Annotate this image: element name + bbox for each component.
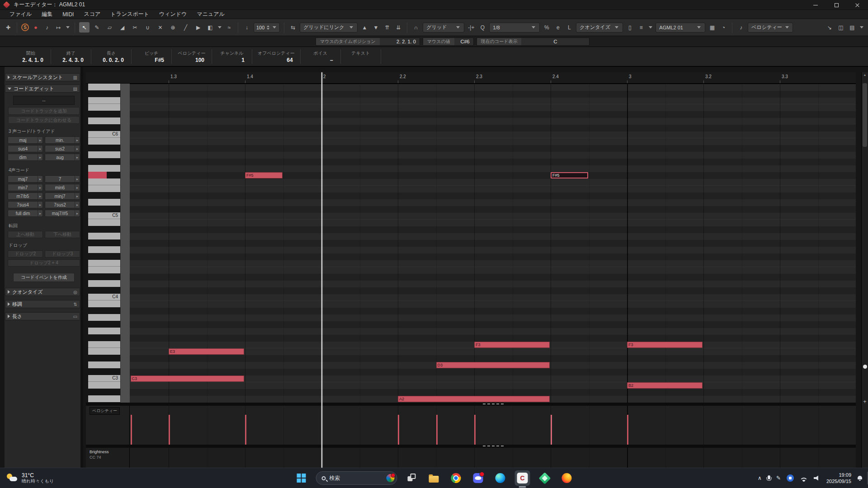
note-grid[interactable]: C3E3F#5A2D3F3F#5F3B2 <box>130 84 856 403</box>
piano-key-A5[interactable] <box>88 151 120 158</box>
create-chord-event-button[interactable]: コードイベントを作成 <box>13 273 75 282</box>
chord-button-min6[interactable]: min6▸ <box>45 184 80 191</box>
piano-key-D3[interactable] <box>88 361 120 368</box>
chord-expand-icon[interactable]: ▸ <box>38 193 42 199</box>
chord-expand-icon[interactable]: ▸ <box>75 154 80 160</box>
piano-key-G#4[interactable] <box>88 239 120 246</box>
piano-key-A2[interactable] <box>88 395 120 402</box>
piano-key-C#6[interactable] <box>88 124 120 131</box>
velocity-bar[interactable] <box>398 415 399 445</box>
piano-key-D#6[interactable] <box>88 111 120 117</box>
velocity-bar[interactable] <box>436 415 438 445</box>
cc-lane-name[interactable]: Brightness <box>90 450 109 454</box>
piano-key-F4[interactable] <box>88 260 120 267</box>
link-grid-icon[interactable]: ⇆ <box>288 23 297 32</box>
velocity-bar[interactable] <box>245 415 246 445</box>
chord-expand-icon[interactable]: ▸ <box>38 137 42 143</box>
velocity-bar[interactable] <box>474 415 476 445</box>
midi-note-F#5[interactable]: F#5 <box>245 172 283 178</box>
chord-expand-icon[interactable]: ▸ <box>38 154 42 160</box>
insert-velocity-spinner[interactable]: 100 <box>254 23 280 33</box>
chord-expand-icon[interactable]: ▸ <box>38 145 42 152</box>
zoom-in-icon[interactable]: + <box>862 399 868 405</box>
piano-key-F#4[interactable] <box>88 253 120 260</box>
piano-key-A#3[interactable] <box>88 307 120 314</box>
chord-button-下へ移動[interactable]: 下へ移動 <box>45 231 80 238</box>
move-down-button[interactable]: ▼ <box>371 23 380 32</box>
piano-key-A3[interactable] <box>88 314 120 321</box>
nudge-icon[interactable]: -|+ <box>467 23 476 32</box>
piano-key-D#3[interactable] <box>88 355 120 361</box>
quantize-q-icon[interactable]: Q <box>478 23 487 32</box>
piano-key-F3[interactable] <box>88 341 120 348</box>
piano-key-G#3[interactable] <box>88 321 120 328</box>
chord-button-min7[interactable]: min7▸ <box>8 184 43 191</box>
piano-key-D5[interactable] <box>88 199 120 206</box>
chord-expand-icon[interactable]: ▸ <box>75 202 80 208</box>
chord-button-ドロップ2[interactable]: ドロップ2 <box>8 250 43 258</box>
chord-expand-icon[interactable]: ▸ <box>38 210 42 216</box>
piano-key-G5[interactable] <box>88 165 120 172</box>
lane-divider[interactable] <box>86 445 856 448</box>
chord-expand-icon[interactable]: ▸ <box>75 176 80 182</box>
piano-key-B5[interactable] <box>88 138 120 145</box>
chord-expand-icon[interactable]: ▸ <box>38 184 42 191</box>
line-tool-button[interactable]: ╱ <box>180 22 191 33</box>
chord-expand-icon[interactable]: ▸ <box>75 145 80 152</box>
piano-key-G3[interactable] <box>88 328 120 334</box>
scrollbar-thumb[interactable] <box>863 83 867 147</box>
chord-button-maj7[interactable]: maj7▸ <box>8 175 43 183</box>
event-display-dropdown[interactable]: ベロシティー <box>748 23 793 33</box>
menu-item-マニュアル[interactable]: マニュアル <box>192 10 229 18</box>
playback-tool-button[interactable]: ▶ <box>193 22 203 33</box>
pen-icon[interactable]: ✎ <box>776 475 781 481</box>
chord-button-aug[interactable]: aug▸ <box>45 154 80 161</box>
tray-chevron-up-icon[interactable]: ∧ <box>758 475 762 481</box>
cc-grid[interactable] <box>130 448 856 468</box>
discord-icon[interactable] <box>471 470 486 486</box>
chord-expand-icon[interactable]: ▸ <box>75 210 80 216</box>
chrome-icon[interactable] <box>448 470 464 486</box>
autoscroll-button[interactable]: ↦ <box>54 23 63 32</box>
midi-note-F#5[interactable]: F#5 <box>551 172 588 178</box>
piano-key-E5[interactable] <box>88 185 120 192</box>
midi-note-C3[interactable]: C3 <box>131 375 245 382</box>
grid-overlay-icon[interactable]: ▦ <box>708 23 717 32</box>
menu-item-MIDI[interactable]: MIDI <box>57 11 79 18</box>
record-in-editor-button[interactable]: ● <box>31 23 40 32</box>
menu-item-ウィンドウ[interactable]: ウィンドウ <box>154 10 192 18</box>
timeline-ruler[interactable]: 1.31.422.22.32.433.23.3 <box>86 72 856 84</box>
piano-key-C#4[interactable] <box>88 287 120 294</box>
scale-assistant-header[interactable]: スケールアシスタント ▥ <box>5 73 80 81</box>
velocity-caret-icon[interactable] <box>273 26 276 28</box>
piano-key-A4[interactable] <box>88 233 120 239</box>
chord-button-min.[interactable]: min.▸ <box>45 136 80 144</box>
piano-key-B4[interactable] <box>88 219 120 226</box>
part-selector-dropdown[interactable]: AGML2 01 <box>656 23 705 33</box>
piano-key-F#3[interactable] <box>88 334 120 341</box>
quantize-panel-header[interactable]: クオンタイズ ◎ <box>5 288 80 296</box>
midi-note-A2[interactable]: A2 <box>398 396 550 402</box>
piano-key-D6[interactable] <box>88 117 120 124</box>
lane-divider[interactable] <box>86 403 856 406</box>
window-zones-icon[interactable]: ▤ <box>848 23 857 32</box>
chord-button-minj7[interactable]: minj7▸ <box>45 192 80 200</box>
cube-app-icon[interactable] <box>537 470 552 486</box>
swing-icon[interactable]: % <box>542 23 551 32</box>
quantize-preset-dropdown[interactable]: 1/8 <box>489 23 540 33</box>
file-explorer-icon[interactable] <box>426 470 442 486</box>
part-list-icon[interactable]: ≡ <box>637 23 646 32</box>
piano-key-B3[interactable] <box>88 300 120 307</box>
chord-button-7[interactable]: 7▸ <box>45 175 80 183</box>
piano-key-A#2[interactable] <box>88 389 120 395</box>
close-button[interactable] <box>847 0 867 10</box>
piano-key-C5[interactable]: C5 <box>88 212 120 219</box>
velocity-lane[interactable]: ベロシティー <box>86 406 856 445</box>
chord-button-sus2[interactable]: sus2▸ <box>45 145 80 152</box>
velocity-stepper-icon[interactable] <box>267 25 269 30</box>
piano-key-G4[interactable] <box>88 246 120 253</box>
chord-expand-icon[interactable]: ▸ <box>38 176 42 182</box>
piano-key-F#6[interactable] <box>88 90 120 97</box>
piano-key-B2[interactable] <box>88 382 120 389</box>
piano-key-C6[interactable]: C6 <box>88 131 120 138</box>
